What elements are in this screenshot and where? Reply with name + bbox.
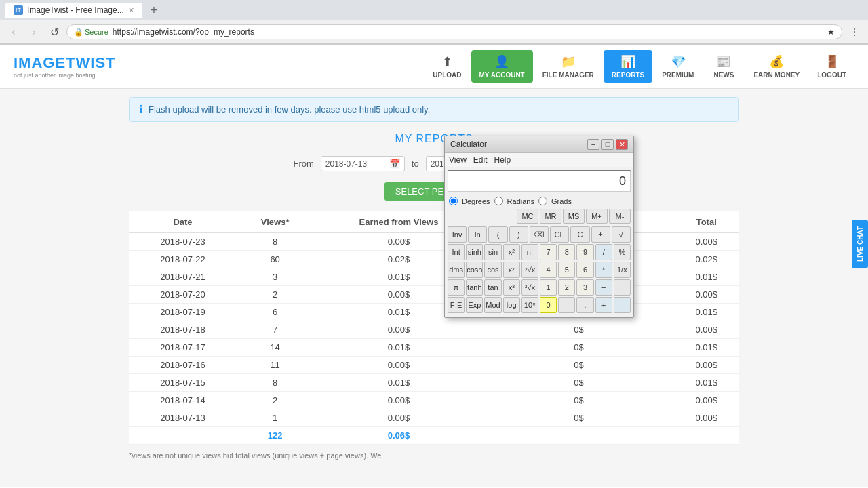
browser-tab[interactable]: IT ImageTwist - Free Image... ✕ xyxy=(5,3,142,18)
calc-int[interactable]: Int xyxy=(448,244,465,260)
nav-upload[interactable]: ⬆ UPLOAD xyxy=(425,50,469,83)
calc-multiply[interactable]: * xyxy=(595,262,612,278)
calc-menu-edit[interactable]: Edit xyxy=(473,155,488,165)
file-manager-icon: 📁 xyxy=(561,54,576,69)
calc-titlebar: Calculator − □ ✕ xyxy=(445,136,633,153)
extensions-btn[interactable]: ⋮ xyxy=(846,24,863,40)
nav-my-account[interactable]: 👤 MY ACCOUNT xyxy=(471,50,533,83)
from-date-input[interactable] xyxy=(326,159,387,169)
calc-6[interactable]: 6 xyxy=(576,262,593,278)
calc-open-paren[interactable]: ( xyxy=(488,226,507,243)
new-tab-btn[interactable]: + xyxy=(145,3,163,18)
calc-cos[interactable]: cos xyxy=(484,262,501,278)
live-chat-btn[interactable]: LIVE CHAT xyxy=(852,220,868,268)
calc-sinh[interactable]: sinh xyxy=(466,244,483,260)
calc-4[interactable]: 4 xyxy=(540,262,557,278)
table-header-row: Date Views* Earned from Views Earned fro… xyxy=(129,211,739,233)
date-form: From 📅 to 📅 SUBMIT xyxy=(129,155,739,173)
back-btn[interactable]: ‹ xyxy=(5,24,22,40)
radians-label: Radians xyxy=(507,197,534,205)
calc-10x[interactable]: 10ˣ xyxy=(521,297,538,313)
calc-5[interactable]: 5 xyxy=(558,262,575,278)
calc-exp[interactable]: Exp xyxy=(466,297,483,313)
row-views: 8 xyxy=(237,374,313,392)
calc-9[interactable]: 9 xyxy=(576,244,593,260)
calc-xy[interactable]: xʸ xyxy=(503,262,520,278)
calc-menu-view[interactable]: View xyxy=(449,155,467,165)
logo-image: IMAGE xyxy=(14,54,66,71)
calc-close-btn[interactable]: ✕ xyxy=(616,139,628,150)
reload-btn[interactable]: ↺ xyxy=(46,24,62,40)
calc-3[interactable]: 3 xyxy=(576,279,593,296)
row-total: 0.01$ xyxy=(673,268,739,286)
calc-ln[interactable]: ln xyxy=(468,226,487,243)
calc-mode-radians[interactable] xyxy=(494,197,503,205)
nav-premium[interactable]: 💎 PREMIUM xyxy=(654,50,702,83)
calc-minus[interactable]: − xyxy=(595,279,612,296)
nav-logout[interactable]: 🚪 LOGOUT xyxy=(809,50,854,83)
logo-text: IMAGETWIST xyxy=(14,54,116,72)
calc-ce[interactable]: CE xyxy=(550,226,569,243)
calc-dot[interactable]: . xyxy=(576,297,593,313)
address-bar[interactable]: 🔒 Secure https://imagetwist.com/?op=my_r… xyxy=(66,24,842,39)
calc-equals[interactable]: = xyxy=(614,297,631,313)
calc-8[interactable]: 8 xyxy=(558,244,575,260)
nav-file-manager[interactable]: 📁 FILE MANAGER xyxy=(534,50,602,83)
nav-news[interactable]: 📰 NEWS xyxy=(703,50,744,83)
calc-yroot[interactable]: ʸ√x xyxy=(521,262,538,278)
news-icon: 📰 xyxy=(716,54,731,69)
calc-1[interactable]: 1 xyxy=(540,279,557,296)
calc-sin[interactable]: sin xyxy=(484,244,501,260)
main-content: ℹ Flash upload will be removed in few da… xyxy=(0,97,868,473)
forward-btn[interactable]: › xyxy=(26,24,42,40)
calc-xcube[interactable]: x³ xyxy=(503,279,520,296)
calc-dms[interactable]: dms xyxy=(448,262,465,278)
calc-log[interactable]: log xyxy=(503,297,520,313)
tab-close-btn[interactable]: ✕ xyxy=(128,6,134,15)
calc-2[interactable]: 2 xyxy=(558,279,575,296)
calc-plus[interactable]: + xyxy=(595,297,612,313)
calc-menu-help[interactable]: Help xyxy=(494,155,511,165)
calc-ms-btn[interactable]: MS xyxy=(563,209,585,224)
calc-pi[interactable]: π xyxy=(448,279,465,296)
row-views: 2 xyxy=(237,392,313,409)
calc-c[interactable]: C xyxy=(570,226,589,243)
calc-close-paren[interactable]: ) xyxy=(509,226,528,243)
calc-cosh[interactable]: cosh xyxy=(466,262,483,278)
calc-mminus-btn[interactable]: M- xyxy=(609,209,631,224)
address-text[interactable]: https://imagetwist.com/?op=my_reports xyxy=(113,27,823,37)
calc-mode-degrees[interactable] xyxy=(449,197,458,205)
calc-mc-btn[interactable]: MC xyxy=(517,209,538,224)
calc-tanh[interactable]: tanh xyxy=(466,279,483,296)
nav-reports[interactable]: 📊 REPORTS xyxy=(604,50,652,83)
row-earned-refs: 0$ xyxy=(484,321,674,339)
calc-7[interactable]: 7 xyxy=(540,244,557,260)
star-icon[interactable]: ★ xyxy=(827,27,835,37)
calc-xsq[interactable]: x² xyxy=(503,244,520,260)
calc-0[interactable]: 0 xyxy=(540,297,557,313)
calc-reciprocal[interactable]: 1/x xyxy=(614,262,631,278)
calc-mod[interactable]: Mod xyxy=(484,297,501,313)
calc-divide[interactable]: / xyxy=(595,244,612,260)
from-calendar-icon[interactable]: 📅 xyxy=(389,159,400,169)
calc-mplus-btn[interactable]: M+ xyxy=(586,209,608,224)
from-label: From xyxy=(293,159,313,169)
calc-backspace[interactable]: ⌫ xyxy=(530,226,549,243)
calc-mode-row: Degrees Radians Grads xyxy=(445,195,633,207)
row-earned-refs: 0$ xyxy=(484,339,674,357)
nav-earn-money[interactable]: 💰 EARN MONEY xyxy=(745,50,808,83)
calc-mode-grads[interactable] xyxy=(538,197,547,205)
calc-inv[interactable]: Inv xyxy=(448,226,467,243)
calc-nfact[interactable]: n! xyxy=(521,244,538,260)
calc-tan[interactable]: tan xyxy=(484,279,501,296)
calc-memory-row: MC MR MS M+ M- xyxy=(445,207,633,225)
site-logo: IMAGETWIST not just another image hostin… xyxy=(14,54,116,79)
calc-maximize-btn[interactable]: □ xyxy=(601,139,614,150)
calc-fe[interactable]: F-E xyxy=(448,297,465,313)
calc-percent[interactable]: % xyxy=(614,244,631,260)
calc-sqrt[interactable]: √ xyxy=(612,226,631,243)
calc-minimize-btn[interactable]: − xyxy=(587,139,599,150)
calc-mr-btn[interactable]: MR xyxy=(540,209,561,224)
calc-plusminus[interactable]: ± xyxy=(591,226,610,243)
calc-cuberoot[interactable]: ³√x xyxy=(521,279,538,296)
